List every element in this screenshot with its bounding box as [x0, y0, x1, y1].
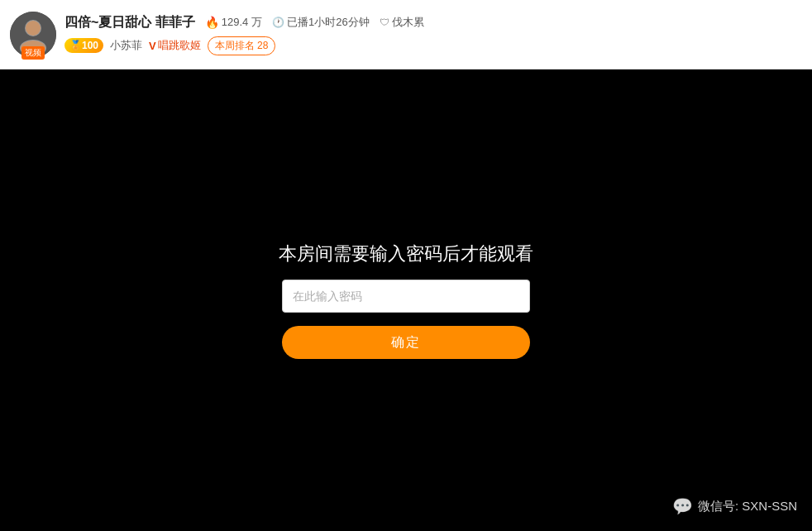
- clock-icon: 🕐: [272, 17, 284, 28]
- streamer-name: 四倍~夏日甜心 菲菲子: [64, 14, 195, 31]
- location-icon: 🛡: [380, 17, 389, 28]
- level-icon: 🏅: [69, 40, 82, 51]
- main-area: 本房间需要输入密码后才能观看 确定 💬 微信号: SXN-SSN: [0, 69, 812, 531]
- duration-stat: 🕐 已播1小时26分钟: [272, 15, 370, 30]
- wechat-icon: 💬: [672, 496, 693, 516]
- svg-point-3: [26, 21, 41, 36]
- location-stat: 🛡 伐木累: [380, 15, 424, 30]
- header-info: 四倍~夏日甜心 菲菲子 🔥 129.4 万 🕐 已播1小时26分钟 🛡 伐木累 …: [64, 14, 802, 55]
- password-input[interactable]: [282, 280, 530, 313]
- level-number: 100: [82, 40, 98, 51]
- header-bottom: 🏅 100 小苏菲 V 唱跳歌姬 本周排名 28: [64, 36, 802, 55]
- location-text: 伐木累: [392, 15, 424, 30]
- viewers-stat: 🔥 129.4 万: [205, 15, 262, 30]
- viewers-count: 129.4 万: [222, 15, 262, 30]
- title-label: 唱跳歌姬: [158, 38, 201, 53]
- level-badge: 🏅 100: [64, 38, 103, 53]
- avatar-wrap: 视频: [10, 12, 56, 58]
- fire-icon: 🔥: [205, 16, 219, 29]
- password-title: 本房间需要输入密码后才能观看: [279, 242, 533, 266]
- wechat-watermark: 💬 微信号: SXN-SSN: [672, 496, 797, 516]
- password-overlay: 本房间需要输入密码后才能观看 确定: [279, 242, 533, 359]
- v-icon: V: [149, 40, 156, 52]
- confirm-button[interactable]: 确定: [282, 326, 530, 359]
- live-badge: 视频: [21, 46, 45, 60]
- header-top: 四倍~夏日甜心 菲菲子 🔥 129.4 万 🕐 已播1小时26分钟 🛡 伐木累: [64, 14, 802, 31]
- duration-text: 已播1小时26分钟: [287, 15, 370, 30]
- fan-label: 小苏菲: [110, 38, 142, 53]
- title-badge: V 唱跳歌姬: [149, 38, 201, 53]
- rank-badge: 本周排名 28: [208, 36, 276, 55]
- header-bar: 视频 四倍~夏日甜心 菲菲子 🔥 129.4 万 🕐 已播1小时26分钟 🛡 伐…: [0, 0, 812, 69]
- wechat-label: 微信号: SXN-SSN: [698, 499, 797, 514]
